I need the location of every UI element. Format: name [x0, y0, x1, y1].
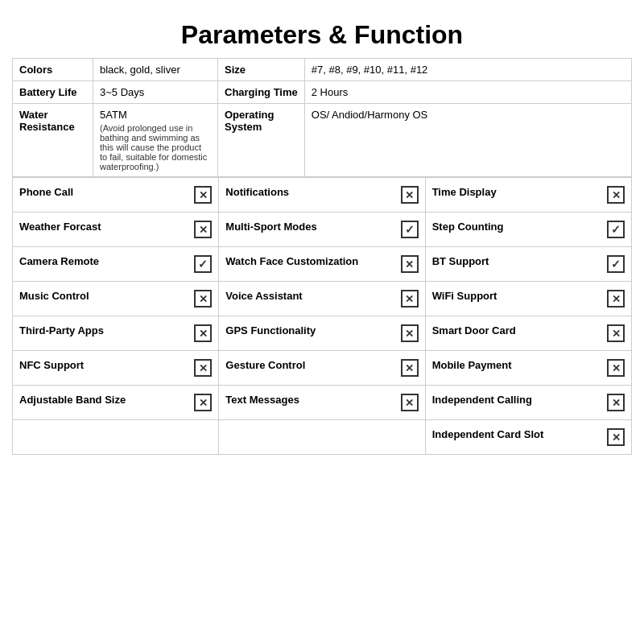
feature-cell: NFC Support — [13, 351, 219, 386]
colors-label: Colors — [13, 59, 93, 81]
feature-name: Step Counting — [432, 221, 602, 234]
feature-name: Independent Calling — [432, 394, 602, 407]
feature-checkbox — [607, 186, 625, 204]
feature-cell: Watch Face Customization — [219, 247, 425, 282]
feature-checkbox — [607, 221, 625, 238]
feature-cell: Phone Call — [13, 178, 219, 213]
feature-checkbox — [607, 359, 625, 377]
water-note: (Avoid prolonged use in bathing and swim… — [100, 123, 211, 171]
feature-name: Third-Party Apps — [19, 324, 189, 338]
feature-cell: Multi-Sport Modes — [219, 213, 425, 247]
feature-checkbox — [401, 290, 419, 308]
feature-checkbox — [194, 221, 212, 238]
feature-name: Music Control — [19, 290, 189, 303]
feature-name: GPS Functionality — [225, 324, 395, 338]
battery-label: Battery Life — [13, 81, 93, 104]
feature-name: Multi-Sport Modes — [225, 221, 395, 234]
feature-checkbox — [607, 324, 625, 342]
feature-cell: Voice Assistant — [219, 282, 425, 316]
water-value: 5ATM — [100, 109, 211, 121]
feature-checkbox — [401, 255, 419, 273]
params-table: Colors black, gold, sliver Size #7, #8, … — [12, 58, 632, 177]
battery-value: 3~5 Days — [93, 81, 218, 104]
feature-cell: Step Counting — [425, 213, 631, 247]
feature-cell: Gesture Control — [219, 351, 425, 386]
feature-cell: GPS Functionality — [219, 316, 425, 351]
water-label: WaterResistance — [13, 104, 93, 177]
feature-cell: Notifications — [219, 178, 425, 213]
feature-name: Text Messages — [225, 394, 395, 407]
feature-name: Time Display — [432, 186, 602, 200]
os-value: OS/ Andiod/Harmony OS — [304, 104, 631, 177]
feature-cell: Time Display — [425, 178, 631, 213]
feature-cell: BT Support — [425, 247, 631, 282]
feature-cell: Text Messages — [219, 386, 425, 420]
feature-name: Mobile Payment — [432, 359, 602, 373]
feature-name: Watch Face Customization — [225, 255, 395, 269]
feature-cell: Third-Party Apps — [13, 316, 219, 351]
feature-checkbox — [194, 186, 212, 204]
features-table: Phone CallNotificationsTime DisplayWeath… — [12, 177, 632, 455]
feature-cell: Weather Forcast — [13, 213, 219, 247]
size-label: Size — [218, 59, 305, 81]
feature-name: Weather Forcast — [19, 221, 189, 234]
feature-checkbox — [194, 255, 212, 273]
feature-name: NFC Support — [19, 359, 189, 373]
feature-checkbox — [607, 255, 625, 273]
charging-label: Charging Time — [218, 81, 305, 104]
feature-name: Adjustable Band Size — [19, 394, 189, 407]
feature-name: Voice Assistant — [225, 290, 395, 303]
feature-checkbox — [401, 186, 419, 204]
feature-checkbox — [607, 394, 625, 411]
feature-name: Notifications — [225, 186, 395, 200]
feature-cell — [13, 420, 219, 455]
feature-cell: WiFi Support — [425, 282, 631, 316]
feature-checkbox — [401, 324, 419, 342]
feature-cell — [219, 420, 425, 455]
feature-checkbox — [194, 290, 212, 308]
feature-cell: Independent Card Slot — [425, 420, 631, 455]
feature-checkbox — [194, 324, 212, 342]
water-cell: 5ATM (Avoid prolonged use in bathing and… — [93, 104, 218, 177]
feature-checkbox — [401, 221, 419, 238]
size-value: #7, #8, #9, #10, #11, #12 — [304, 59, 631, 81]
feature-name: Camera Remote — [19, 255, 189, 269]
feature-cell: Camera Remote — [13, 247, 219, 282]
feature-cell: Music Control — [13, 282, 219, 316]
feature-name: Smart Door Card — [432, 324, 602, 338]
colors-value: black, gold, sliver — [93, 59, 218, 81]
feature-cell: Adjustable Band Size — [13, 386, 219, 420]
feature-checkbox — [607, 428, 625, 446]
feature-checkbox — [401, 359, 419, 377]
os-label: OperatingSystem — [218, 104, 305, 177]
feature-name: Phone Call — [19, 186, 189, 200]
feature-checkbox — [194, 359, 212, 377]
feature-checkbox — [607, 290, 625, 308]
feature-name: Gesture Control — [225, 359, 395, 373]
feature-name: BT Support — [432, 255, 602, 269]
feature-checkbox — [401, 394, 419, 411]
feature-cell: Smart Door Card — [425, 316, 631, 351]
feature-name: Independent Card Slot — [432, 428, 602, 442]
page-title: Parameters & Function — [12, 8, 632, 58]
feature-name: WiFi Support — [432, 290, 602, 303]
charging-value: 2 Hours — [304, 81, 631, 104]
feature-cell: Mobile Payment — [425, 351, 631, 386]
feature-checkbox — [194, 394, 212, 411]
feature-cell: Independent Calling — [425, 386, 631, 420]
